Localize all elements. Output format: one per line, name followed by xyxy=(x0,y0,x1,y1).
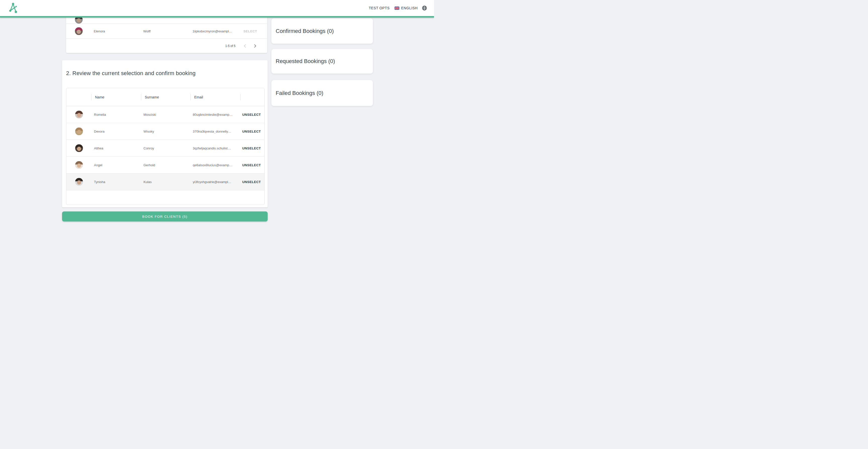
column-separator xyxy=(240,94,241,100)
unselect-button[interactable]: UNSELECT xyxy=(242,113,261,117)
unselect-button[interactable]: UNSELECT xyxy=(242,180,261,184)
avatar xyxy=(75,145,83,152)
cell-surname: Gerhold xyxy=(144,163,155,167)
avatar xyxy=(75,161,83,169)
column-header-name: Name xyxy=(95,95,104,99)
table-row: Althea Conroy 3qzfwljaqcandis.schulist… … xyxy=(66,140,265,157)
select-button[interactable]: SELECT xyxy=(244,29,257,33)
table-footer xyxy=(66,190,265,203)
unselect-button[interactable]: UNSELECT xyxy=(242,147,261,150)
column-separator xyxy=(141,94,141,100)
requested-bookings-card: Requested Bookings (0) xyxy=(271,49,373,73)
language-label: ENGLISH xyxy=(401,6,418,10)
table-row: Devora Wisoky 370lra3lqvesta_donnelly… U… xyxy=(66,123,265,140)
confirmed-bookings-title: Confirmed Bookings (0) xyxy=(276,28,334,34)
cell-name: Elenora xyxy=(94,29,105,33)
table-row: Angel Gerhold qe6alsox8lucius@examp… UNS… xyxy=(66,157,265,173)
book-for-clients-button[interactable]: BOOK FOR CLIENTS (5) xyxy=(62,212,268,222)
avatar xyxy=(75,27,83,35)
column-header-surname: Surname xyxy=(145,95,159,99)
selected-clients-table: Name Surname Email Romelia Mosciski 80ug… xyxy=(66,88,265,205)
table-header-row: Name Surname Email xyxy=(66,88,265,106)
cell-surname: Wolff xyxy=(143,29,151,33)
cell-surname: Mosciski xyxy=(144,113,156,117)
column-separator xyxy=(190,94,191,100)
chevron-left-icon[interactable] xyxy=(242,43,248,49)
table-row: Romelia Mosciski 80ugbnclmleslie@examp… … xyxy=(66,106,265,123)
cell-surname: Wisoky xyxy=(144,130,154,133)
cell-name: Devora xyxy=(94,130,104,133)
avatar xyxy=(75,111,83,119)
cell-email: 1iipkxbxcmyron@exampl… xyxy=(192,29,232,33)
cell-surname: Kulas xyxy=(144,180,152,184)
cell-email: 80ugbnclmleslie@examp… xyxy=(193,113,232,117)
table-row: Tynisha Kulas yi3fcyxhgvalrie@exampl… UN… xyxy=(66,173,265,190)
cell-email: 370lra3lqvesta_donnelly… xyxy=(193,130,231,133)
column-header-email: Email xyxy=(194,95,203,99)
requested-bookings-title: Requested Bookings (0) xyxy=(276,58,335,65)
cell-name: Romelia xyxy=(94,113,106,117)
chevron-right-icon[interactable] xyxy=(252,43,258,49)
appbar-actions: TEST OPTS ENGLISH xyxy=(369,0,427,16)
unselect-button[interactable]: UNSELECT xyxy=(242,163,261,167)
table-row: Elenora Wolff 1iipkxbxcmyron@exampl… SEL… xyxy=(66,24,267,38)
cell-surname: Conroy xyxy=(144,147,154,150)
failed-bookings-card: Failed Bookings (0) xyxy=(271,80,373,106)
cell-email: yi3fcyxhgvalrie@exampl… xyxy=(193,180,231,184)
avatar xyxy=(75,178,83,186)
test-opts-button[interactable]: TEST OPTS xyxy=(369,6,390,10)
globe-icon[interactable] xyxy=(422,5,427,11)
review-section-card: 2. Review the current selection and conf… xyxy=(62,60,268,207)
cell-name: Althea xyxy=(94,147,103,150)
unselect-button[interactable]: UNSELECT xyxy=(242,130,261,133)
app-logo-icon[interactable] xyxy=(9,2,18,14)
confirmed-bookings-card: Confirmed Bookings (0) xyxy=(271,18,373,44)
pagination: 1-5 of 5 xyxy=(66,39,267,53)
accent-bar xyxy=(0,16,434,18)
cell-email: 3qzfwljaqcandis.schulist… xyxy=(193,147,231,150)
cell-name: Tynisha xyxy=(94,180,105,184)
pagination-range-label: 1-5 of 5 xyxy=(225,44,236,48)
section-title: 2. Review the current selection and conf… xyxy=(66,70,195,76)
app-header: TEST OPTS ENGLISH xyxy=(0,0,434,16)
uk-flag-icon xyxy=(395,6,399,10)
language-selector[interactable]: ENGLISH xyxy=(395,6,418,10)
failed-bookings-title: Failed Bookings (0) xyxy=(276,90,323,96)
avatar xyxy=(75,128,83,135)
cell-name: Angel xyxy=(94,163,102,167)
cell-email: qe6alsox8lucius@examp… xyxy=(193,163,232,167)
